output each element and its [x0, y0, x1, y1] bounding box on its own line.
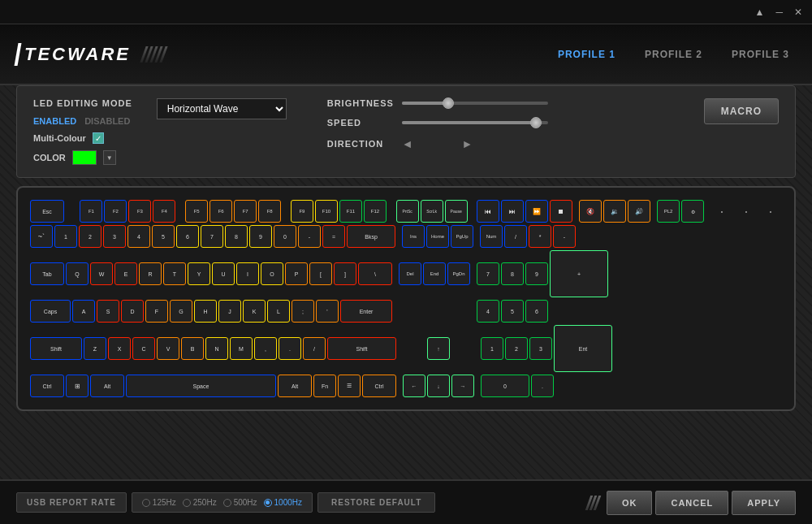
maximize-btn[interactable]: ─: [772, 6, 786, 18]
key-caps[interactable]: Caps: [30, 300, 71, 323]
key-pause[interactable]: Pause: [445, 200, 468, 223]
key-rbracket[interactable]: ]: [334, 262, 356, 285]
key-lwin[interactable]: ⊞: [66, 375, 89, 397]
cancel-button[interactable]: CANCEL: [655, 491, 728, 515]
key-num7[interactable]: 7: [477, 262, 499, 285]
key-f12[interactable]: F12: [364, 200, 387, 223]
key-arrowright[interactable]: →: [451, 375, 474, 397]
key-ralt[interactable]: Alt: [278, 375, 312, 397]
key-q[interactable]: Q: [66, 262, 89, 285]
key-e[interactable]: E: [114, 262, 137, 285]
key-n[interactable]: N: [205, 337, 228, 360]
key-j[interactable]: J: [218, 300, 241, 323]
key-num2[interactable]: 2: [505, 337, 528, 360]
key-x[interactable]: X: [108, 337, 131, 360]
multi-colour-checkbox[interactable]: [93, 132, 104, 144]
key-p[interactable]: P: [285, 262, 308, 285]
key-b[interactable]: B: [181, 337, 204, 360]
key-media-m3[interactable]: 🔊: [628, 200, 650, 223]
ok-button[interactable]: OK: [607, 491, 653, 515]
key-minus[interactable]: -: [298, 225, 321, 248]
key-space[interactable]: Space: [126, 375, 276, 397]
apply-button[interactable]: APPLY: [732, 491, 796, 515]
key-prtsc[interactable]: PrtSc: [396, 200, 419, 223]
close-btn[interactable]: ✕: [791, 6, 806, 18]
key-ins[interactable]: Ins: [402, 225, 425, 248]
rate-250-item[interactable]: 250Hz: [183, 498, 217, 507]
key-2[interactable]: 2: [79, 225, 102, 248]
key-r[interactable]: R: [139, 262, 162, 285]
key-f11[interactable]: F11: [339, 200, 362, 223]
key-num4[interactable]: 4: [477, 300, 499, 323]
key-pgdn[interactable]: PgDn: [447, 262, 470, 285]
rate-500-radio[interactable]: [223, 499, 231, 507]
mode-dropdown[interactable]: Horizontal Wave Static Breathing Reactiv…: [157, 98, 287, 119]
key-f9[interactable]: F9: [291, 200, 313, 223]
key-a[interactable]: A: [72, 300, 95, 323]
key-s[interactable]: S: [97, 300, 119, 323]
key-lbracket[interactable]: [: [309, 262, 332, 285]
key-numdot[interactable]: .: [531, 375, 554, 397]
key-numslash[interactable]: /: [504, 225, 527, 248]
color-swatch[interactable]: [72, 150, 97, 165]
minimize-btn[interactable]: ▲: [752, 6, 768, 18]
brightness-thumb[interactable]: [443, 97, 454, 109]
key-media-m5[interactable]: ⚙: [681, 200, 704, 223]
key-8[interactable]: 8: [225, 225, 248, 248]
key-f2[interactable]: F2: [104, 200, 127, 223]
key-lshift[interactable]: Shift: [30, 337, 82, 360]
disabled-btn[interactable]: DISABLED: [84, 116, 130, 126]
key-media-stop[interactable]: ⏹: [550, 200, 572, 223]
key-l[interactable]: L: [267, 300, 290, 323]
rate-1000-radio[interactable]: [264, 499, 272, 507]
key-end[interactable]: End: [423, 262, 446, 285]
key-f8[interactable]: F8: [258, 200, 281, 223]
key-m[interactable]: M: [230, 337, 253, 360]
rate-125-radio[interactable]: [142, 499, 150, 507]
key-num9[interactable]: 9: [525, 262, 548, 285]
key-num1[interactable]: 1: [481, 337, 503, 360]
key-w[interactable]: W: [90, 262, 113, 285]
key-num3[interactable]: 3: [529, 337, 552, 360]
key-numlock[interactable]: Num: [480, 225, 503, 248]
key-period[interactable]: .: [279, 337, 301, 360]
key-slash[interactable]: /: [303, 337, 326, 360]
key-f[interactable]: F: [145, 300, 168, 323]
key-pgup[interactable]: PgUp: [451, 225, 473, 248]
key-rctrl[interactable]: Ctrl: [362, 375, 396, 397]
key-u[interactable]: U: [212, 262, 235, 285]
key-media-prev[interactable]: ⏮: [477, 200, 499, 223]
key-media-m1[interactable]: 🔇: [579, 200, 602, 223]
key-media-pp[interactable]: ⏭: [501, 200, 524, 223]
key-num6[interactable]: 6: [525, 300, 548, 323]
key-scrlk[interactable]: ScrLk: [421, 200, 443, 223]
key-media-m2[interactable]: 🔉: [603, 200, 626, 223]
key-comma[interactable]: ,: [254, 337, 277, 360]
key-z[interactable]: Z: [84, 337, 106, 360]
key-semicolon[interactable]: ;: [292, 300, 314, 323]
profile-3-btn[interactable]: PROFILE 3: [725, 45, 796, 63]
key-d[interactable]: D: [121, 300, 144, 323]
direction-right-btn[interactable]: ►: [462, 137, 473, 150]
rate-250-radio[interactable]: [183, 499, 191, 507]
key-lctrl[interactable]: Ctrl: [30, 375, 64, 397]
key-f3[interactable]: F3: [128, 200, 151, 223]
key-t[interactable]: T: [163, 262, 186, 285]
key-k[interactable]: K: [243, 300, 266, 323]
key-num0[interactable]: 0: [481, 375, 529, 397]
key-f4[interactable]: F4: [153, 200, 175, 223]
key-tilde[interactable]: ~`: [30, 225, 53, 248]
key-y[interactable]: Y: [188, 262, 210, 285]
macro-button[interactable]: MACRO: [704, 98, 779, 124]
key-0[interactable]: 0: [274, 225, 296, 248]
key-enter[interactable]: Enter: [340, 300, 392, 323]
key-tab[interactable]: Tab: [30, 262, 64, 285]
direction-left-btn[interactable]: ◄: [402, 137, 413, 150]
restore-default-btn[interactable]: RESTORE DEFAULT: [317, 492, 435, 513]
key-del[interactable]: Del: [399, 262, 421, 285]
key-quote[interactable]: ': [316, 300, 339, 323]
key-numenter[interactable]: Ent: [554, 325, 612, 372]
brightness-track[interactable]: [402, 102, 548, 105]
window-controls[interactable]: ▲ ─ ✕: [752, 6, 806, 18]
key-4[interactable]: 4: [127, 225, 150, 248]
